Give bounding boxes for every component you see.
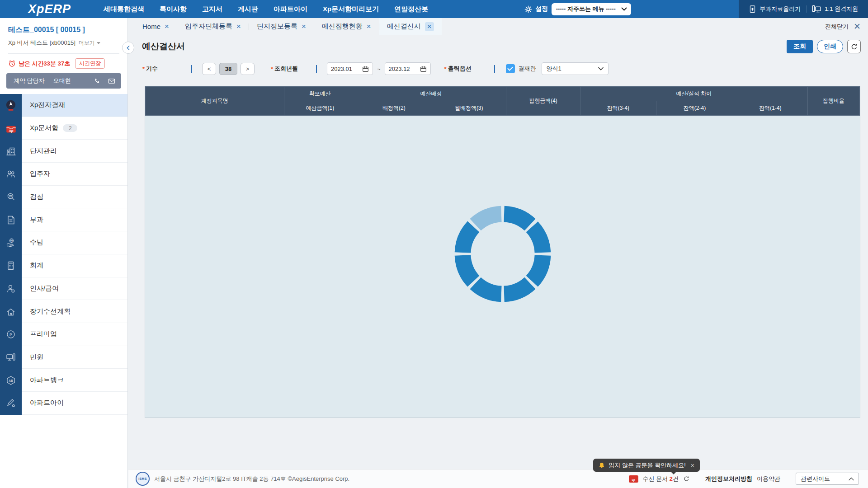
topnav-item-special-notes[interactable]: 특이사항 [160, 5, 187, 14]
col-balance-2-4: 잔액(2-4) [656, 101, 733, 116]
tab-bar: Home 입주자단체등록 단지정보등록 예산집행현황 예산결산서 전체닫기 ✕ [128, 18, 868, 35]
tab-close-icon[interactable] [165, 23, 169, 30]
contact-bar: 계약 담당자 오대현 [6, 73, 121, 89]
sidebar-item-xp-docbox[interactable]: Xp Xp문서함 2 [0, 117, 127, 140]
period-next-button[interactable]: > [241, 63, 255, 75]
search-button[interactable]: 조회 [787, 40, 813, 53]
tab-budget-execution-status[interactable]: 예산집행현황 [314, 18, 379, 35]
sidebar-item-apt-i[interactable]: 아파트아이 [0, 392, 127, 415]
main-area: Home 입주자단체등록 단지정보등록 예산집행현황 예산결산서 전체닫기 ✕ [128, 18, 868, 488]
mail-icon[interactable] [106, 76, 118, 86]
col-monthly-allocation-3: 월배정액(3) [432, 101, 506, 116]
chevron-up-icon [849, 477, 854, 481]
extend-time-button[interactable]: 시간연장 [75, 58, 105, 69]
terms-link[interactable]: 이용약관 [757, 475, 780, 483]
session-timer: 남은 시간33분 37초 시간연장 [0, 54, 127, 70]
sidebar-item-xp-approval[interactable]: Xp전자결재 [0, 94, 127, 117]
print-button[interactable]: 인쇄 [817, 40, 843, 53]
tab-close-icon[interactable] [425, 22, 434, 31]
refresh-icon [683, 475, 690, 482]
tab-home[interactable]: Home [135, 18, 177, 35]
report-body [145, 115, 860, 418]
sidebar-collapse-button[interactable] [122, 42, 134, 54]
tab-budget-settlement[interactable]: 예산결산서 [379, 18, 442, 35]
period-label: 기수 [142, 65, 191, 73]
date-from-input[interactable]: 2023.01 [327, 62, 373, 75]
magnifier-won-icon: ₩ [0, 186, 22, 209]
phone-icon[interactable] [91, 76, 103, 86]
divider [49, 78, 49, 84]
sidebar-item-accounting[interactable]: 회계 [0, 254, 127, 277]
col-allocation-2: 배정액(2) [356, 101, 432, 116]
close-all-icon[interactable]: ✕ [854, 22, 861, 31]
footer: ISMS 서울시 금천구 가산디지털2로 98 IT캐슬 2동 714호 ©Ae… [128, 469, 868, 488]
svg-text:₩: ₩ [9, 195, 12, 198]
output-option-label: 출력옵션 [444, 65, 494, 73]
col-group-secured-budget: 확보예산 [284, 87, 356, 101]
upload-billing-data-label: 부과자료올리기 [760, 5, 801, 13]
people-icon [0, 163, 22, 186]
date-from-value: 2023.01 [331, 66, 352, 72]
tab-complex-info-register[interactable]: 단지정보등록 [249, 18, 314, 35]
divider [316, 65, 317, 73]
sidebar-item-longterm-repair-plan[interactable]: 장기수선계획 [0, 300, 127, 323]
toast-close-icon[interactable] [691, 462, 694, 469]
upload-billing-data-button[interactable]: 부과자료올리기 [749, 5, 801, 14]
sidebar-item-civil-complaints[interactable]: 민원 [0, 346, 127, 369]
upload-document-icon [749, 5, 756, 14]
period-value: 38 [219, 63, 237, 75]
sidebar-item-receipts[interactable]: ₩ 수납 [0, 231, 127, 254]
sidebar-item-apt-bank[interactable]: AB 아파트뱅크 [0, 369, 127, 392]
svg-text:₩: ₩ [10, 239, 13, 242]
sidebar-item-billing[interactable]: 부과 [0, 208, 127, 231]
topnav-item-board[interactable]: 게시판 [238, 5, 258, 14]
tab-close-icon[interactable] [367, 23, 371, 30]
sidebar-menu: Xp전자결재 Xp Xp문서함 2 단지관리 입주자 ₩ 검침 [0, 94, 127, 415]
sidebar-item-residents[interactable]: 입주자 [0, 163, 127, 186]
more-button[interactable]: 더보기 [79, 39, 100, 47]
sidebar-item-hr-payroll[interactable]: 인사/급여 [0, 277, 127, 300]
report-panel: 계정과목명 확보예산 예산배정 집행금액(4) 예산/실적 차이 집행비율 예산… [145, 86, 860, 418]
settings-button[interactable]: 설정 [524, 5, 548, 14]
invoice-icon [0, 208, 22, 231]
favorite-menu-select[interactable]: ----- 자주쓰는 메뉴 ----- [552, 3, 631, 15]
divider [806, 5, 807, 13]
monitor-icon [0, 346, 22, 369]
topnav-item-bill[interactable]: 고지서 [202, 5, 222, 14]
related-sites-select[interactable]: 관련사이트 [796, 473, 859, 485]
form-select[interactable]: 양식1 [542, 62, 609, 75]
unread-count-badge: 2 [63, 124, 77, 132]
sidebar-item-complex-management[interactable]: 단지관리 [0, 140, 127, 163]
topnav-item-yearend-bot[interactable]: 연말정산봇 [394, 5, 428, 14]
topnav-item-apti[interactable]: 아파트아이 [274, 5, 307, 14]
tab-close-icon[interactable] [302, 23, 306, 30]
toast-message: 읽지 않은 공문을 확인하세요! [609, 461, 685, 469]
unread-notice-toast: 읽지 않은 공문을 확인하세요! [593, 459, 700, 472]
remote-support-button[interactable]: 1:1 원격지원 [812, 5, 858, 13]
divider [494, 65, 495, 73]
hexagon-ab-icon: AB [0, 369, 22, 392]
approval-checkbox[interactable] [506, 64, 515, 73]
contact-name-label: 오대현 [53, 77, 71, 85]
topbar-right: 설정 ----- 자주쓰는 메뉴 ----- 부과자료올리기 [524, 0, 868, 18]
date-to-input[interactable]: 2023.12 [385, 62, 431, 75]
house-icon [0, 300, 22, 323]
topnav-item-docbox-preview[interactable]: Xp문서함미리보기 [323, 5, 379, 14]
coin-hand-icon: ₩ [0, 231, 22, 254]
calendar-icon[interactable] [420, 66, 427, 72]
alarm-clock-icon [8, 60, 16, 67]
tab-close-icon[interactable] [236, 23, 241, 30]
sidebar-item-premium[interactable]: P 프리미엄 [0, 323, 127, 346]
sidebar-item-meter-reading[interactable]: ₩ 검침 [0, 186, 127, 209]
tab-resident-group-register[interactable]: 입주자단체등록 [177, 18, 249, 35]
col-balance-3-4: 잔액(3-4) [580, 101, 656, 116]
period-prev-button[interactable]: < [202, 63, 216, 75]
calendar-icon[interactable] [362, 66, 369, 72]
refresh-button[interactable] [847, 40, 861, 53]
privacy-policy-link[interactable]: 개인정보처리방침 [705, 475, 752, 483]
topnav-item-unified-search[interactable]: 세대통합검색 [104, 5, 144, 14]
app-logo: XpERP [28, 2, 71, 16]
top-bar: XpERP 세대통합검색 특이사항 고지서 게시판 아파트아이 Xp문서함미리보… [0, 0, 868, 18]
svg-text:AB: AB [9, 379, 13, 382]
inbox-refresh-button[interactable] [683, 475, 690, 482]
